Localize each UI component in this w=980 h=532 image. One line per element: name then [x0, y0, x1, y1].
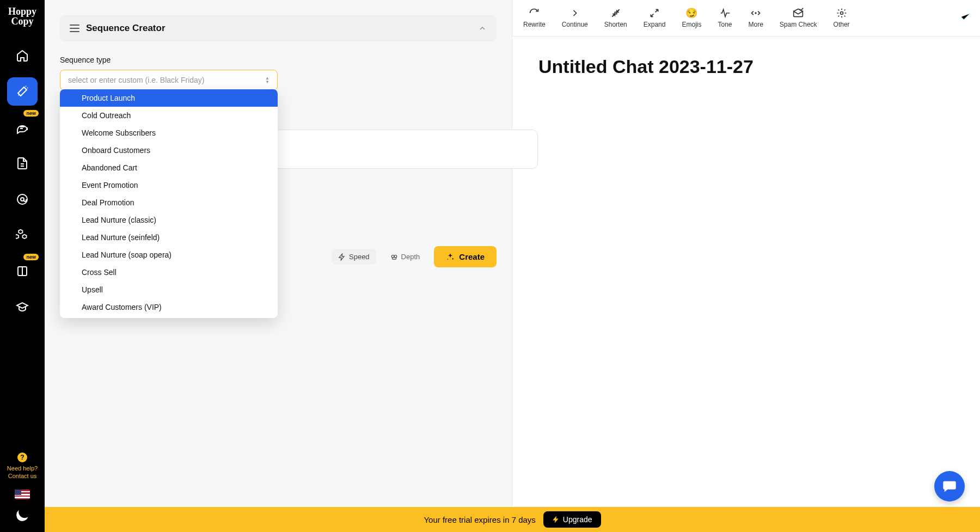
- nav-chat[interactable]: new: [7, 113, 38, 142]
- dropdown-item-cross-sell[interactable]: Cross Sell: [60, 264, 278, 281]
- create-button[interactable]: Create: [434, 246, 497, 267]
- tool-continue[interactable]: Continue: [554, 5, 596, 30]
- nav-book[interactable]: new: [7, 257, 38, 285]
- svg-point-4: [755, 13, 756, 14]
- tool-rewrite[interactable]: Rewrite: [516, 5, 553, 30]
- tool-tone[interactable]: Tone: [710, 5, 739, 30]
- dropdown-item-award-customers[interactable]: Award Customers (VIP): [60, 298, 278, 316]
- trial-bar: Your free trial expires in 7 days Upgrad…: [45, 507, 980, 532]
- chat-icon: [16, 121, 29, 134]
- help-line1: Need help?: [7, 464, 38, 472]
- dropdown-item-upsell[interactable]: Upsell: [60, 281, 278, 298]
- new-badge: new: [23, 254, 39, 260]
- graduation-icon: [16, 301, 29, 314]
- book-icon: [16, 265, 29, 278]
- expand-icon: [649, 8, 660, 19]
- right-panel: Rewrite Continue Shorten Expand 😏 Emojis…: [512, 0, 980, 532]
- check-icon: [959, 11, 971, 23]
- chat-bubble-icon: [942, 479, 957, 494]
- document-icon: [16, 157, 29, 170]
- panel-title: Sequence Creator: [86, 23, 166, 34]
- sidebar: Hoppy Copy new new ? Need help? Contact …: [0, 0, 45, 532]
- svg-point-5: [840, 12, 843, 15]
- new-badge: new: [23, 110, 39, 117]
- sparkle-icon: [446, 253, 455, 261]
- tool-emojis[interactable]: 😏 Emojis: [674, 5, 709, 30]
- panel-header: Sequence Creator: [60, 15, 497, 41]
- home-icon: [16, 49, 29, 62]
- help-line2: Contact us: [7, 472, 38, 480]
- left-panel: Sequence Creator Sequence type select or…: [45, 0, 512, 532]
- wand-icon: [16, 85, 29, 98]
- trial-message: Your free trial expires in 7 days: [424, 515, 535, 524]
- sequence-type-select[interactable]: select or enter custom (i.e. Black Frida…: [60, 70, 278, 90]
- tone-icon: [720, 8, 731, 19]
- dark-mode-toggle[interactable]: [15, 507, 30, 523]
- flag-us[interactable]: [15, 490, 30, 499]
- chevron-up-icon[interactable]: [478, 24, 487, 33]
- bolt-icon: [552, 516, 560, 523]
- nav-at[interactable]: [7, 185, 38, 213]
- tool-expand[interactable]: Expand: [636, 5, 673, 30]
- chat-widget[interactable]: [934, 471, 965, 502]
- dropdown-item-welcome-subscribers[interactable]: Welcome Subscribers: [60, 124, 278, 142]
- bolt-icon: [338, 253, 346, 261]
- svg-point-2: [391, 255, 394, 258]
- brain-icon: [390, 253, 398, 261]
- nav-home[interactable]: [7, 41, 38, 70]
- dropdown-item-onboard-customers[interactable]: Onboard Customers: [60, 142, 278, 159]
- help-block[interactable]: ? Need help? Contact us: [7, 452, 38, 480]
- dropdown-item-event-promotion[interactable]: Event Promotion: [60, 176, 278, 194]
- upgrade-button[interactable]: Upgrade: [543, 511, 601, 528]
- dropdown-item-lead-nurture-seinfeld[interactable]: Lead Nurture (seinfeld): [60, 229, 278, 246]
- dropdown-item-lead-nurture-soap[interactable]: Lead Nurture (soap opera): [60, 246, 278, 264]
- select-arrows-icon: ▲▼: [265, 77, 270, 84]
- main: Sequence Creator Sequence type select or…: [45, 0, 980, 532]
- dropdown-item-product-launch[interactable]: Product Launch: [60, 89, 278, 107]
- tool-more[interactable]: More: [741, 5, 771, 30]
- sidebar-bottom: ? Need help? Contact us: [7, 452, 38, 532]
- chevron-right-icon: [569, 8, 580, 19]
- gear-icon: [836, 8, 847, 19]
- dropdown-item-cold-outreach[interactable]: Cold Outreach: [60, 107, 278, 124]
- dropdown-item-lead-nurture-classic[interactable]: Lead Nurture (classic): [60, 211, 278, 229]
- tool-shorten[interactable]: Shorten: [597, 5, 635, 30]
- hamburger-icon[interactable]: [70, 25, 79, 32]
- nav-document[interactable]: [7, 149, 38, 178]
- depth-toggle[interactable]: Depth: [384, 249, 427, 265]
- nav-academy[interactable]: [7, 293, 38, 321]
- confirm-button[interactable]: [954, 8, 977, 28]
- select-placeholder: select or enter custom (i.e. Black Frida…: [68, 76, 205, 84]
- spam-icon: [793, 8, 804, 19]
- dropdown-item-deal-promotion[interactable]: Deal Promotion: [60, 194, 278, 211]
- tool-other[interactable]: Other: [826, 5, 857, 30]
- at-icon: [16, 193, 29, 206]
- editor-toolbar: Rewrite Continue Shorten Expand 😏 Emojis…: [512, 0, 980, 36]
- action-row: Speed Depth Create: [332, 246, 497, 267]
- nav-cubes[interactable]: [7, 221, 38, 249]
- rewrite-icon: [529, 8, 540, 19]
- svg-point-3: [394, 255, 397, 258]
- shorten-icon: [610, 8, 621, 19]
- dropdown-item-abandoned-cart[interactable]: Abandoned Cart: [60, 159, 278, 176]
- emoji-face-icon: 😏: [685, 8, 697, 19]
- nav-wand[interactable]: [7, 77, 38, 106]
- help-icon: ?: [17, 452, 27, 462]
- document-title[interactable]: Untitled Chat 2023-11-27: [512, 36, 980, 97]
- cubes-icon: [16, 229, 29, 242]
- field-label: Sequence type: [60, 56, 497, 64]
- tool-spam-check[interactable]: Spam Check: [772, 5, 825, 30]
- logo: Hoppy Copy: [0, 7, 45, 26]
- sequence-type-dropdown: Product Launch Cold Outreach Welcome Sub…: [60, 89, 278, 318]
- more-icon: [750, 8, 761, 19]
- speed-toggle[interactable]: Speed: [332, 249, 376, 265]
